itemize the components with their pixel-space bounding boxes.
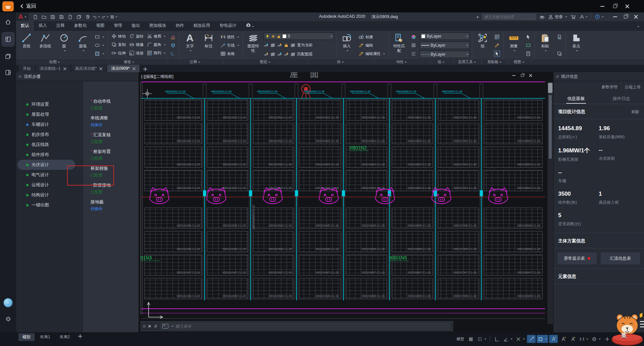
viewport-controls-label[interactable]: [-][俯视][二维线框] — [141, 74, 173, 80]
color-wheel-icon[interactable] — [410, 33, 418, 41]
search-input[interactable] — [482, 14, 536, 20]
panel-label-clipboard[interactable]: 剪贴板 — [482, 59, 507, 65]
flyout-arrow-icon[interactable]: ▸ — [477, 14, 479, 19]
acad-minimize-button[interactable] — [613, 16, 617, 17]
ribbon-tab-6[interactable]: 管理 — [109, 21, 127, 31]
cloud-upload-link[interactable]: 云端上传 — [625, 84, 641, 90]
edit-block-button[interactable]: 编辑 — [357, 41, 386, 49]
make-current-button[interactable]: 置为当前 — [264, 41, 334, 49]
ortho-toggle[interactable] — [492, 335, 501, 343]
panel-label-modify[interactable]: 修改 — [91, 59, 167, 65]
rotate-button[interactable]: 旋转 — [128, 32, 145, 40]
stats-tab-2[interactable]: 操作日志 — [599, 93, 644, 104]
panel-label-group[interactable]: 组 — [430, 59, 452, 65]
command-bar-close-icon[interactable] — [148, 325, 151, 328]
open-icon[interactable] — [40, 13, 48, 20]
clip-button[interactable] — [169, 50, 177, 58]
panel-label-utils[interactable]: 实用工具 — [453, 59, 480, 65]
workflow-substep-5[interactable]: 桥架校验已配置 — [83, 165, 139, 182]
layer-select[interactable]: 0 — [264, 33, 334, 40]
app-logo-icon[interactable] — [2, 1, 14, 11]
mascot-tiger[interactable] — [611, 308, 644, 346]
layout-tab-2[interactable]: 布局1 — [36, 333, 54, 341]
transfer-icon[interactable] — [75, 13, 83, 20]
erase-button[interactable] — [169, 33, 177, 41]
lineweight-icon[interactable] — [410, 41, 418, 49]
file-tab-3[interactable]: 高压演示图* — [71, 65, 107, 72]
annotation-visibility-toggle[interactable] — [549, 335, 558, 343]
redo-icon[interactable] — [101, 13, 109, 20]
workflow-step-1[interactable]: 环境设置 — [16, 99, 74, 109]
arc-button[interactable]: 圆弧 — [74, 32, 91, 58]
rectangle-button[interactable] — [93, 33, 106, 41]
linetype-select[interactable]: ByLayer — [420, 51, 470, 58]
group-button[interactable]: 组 — [474, 32, 491, 58]
sidebar-drawings-button[interactable] — [1, 50, 15, 63]
base-point-button[interactable]: 基点 — [568, 32, 585, 58]
linear-dim-button[interactable]: 线性 — [219, 33, 240, 41]
save-icon[interactable] — [49, 13, 56, 20]
array-button[interactable]: 阵列 — [146, 49, 167, 57]
match-layer-button[interactable]: 匹配图层 — [264, 50, 334, 58]
refresh-button[interactable]: 刷新 — [631, 109, 639, 115]
viewport-minimize-button[interactable] — [512, 75, 516, 76]
substep-label[interactable]: 桥架校验 — [91, 165, 139, 171]
panel-label-view[interactable]: 视图 — [508, 59, 530, 65]
copy-button[interactable]: 复制 — [110, 41, 127, 49]
quick-calc-button[interactable] — [524, 50, 532, 58]
close-button[interactable] — [625, 4, 629, 8]
back-button[interactable]: 返回 — [21, 3, 36, 9]
new-file-tab-button[interactable] — [142, 66, 148, 72]
settings-gear-icon[interactable] — [1, 312, 15, 325]
ribbon-tab-5[interactable]: 视图 — [92, 21, 109, 31]
ribbon-tab-10[interactable]: 精选应用 — [189, 21, 215, 31]
object-snap-tracking-toggle[interactable] — [527, 335, 536, 343]
linetype-icon[interactable] — [410, 50, 418, 58]
trim-button[interactable]: 修剪 — [146, 32, 167, 40]
annotation-scale-toggle[interactable] — [569, 335, 577, 343]
model-space-toggle[interactable]: 模型 — [455, 335, 465, 343]
move-button[interactable]: 移动 — [110, 32, 127, 40]
statistics-panel-header[interactable]: 统计信息 — [553, 72, 644, 81]
layout-tab-1[interactable]: 模型 — [18, 333, 35, 341]
mirror-button[interactable]: 镜像 — [128, 41, 145, 49]
panel-label-layer[interactable]: 图层 — [223, 59, 307, 65]
parameter-manage-link[interactable]: 参数管理 — [601, 84, 618, 90]
line-button[interactable]: 直线 — [18, 32, 35, 58]
layout-tab-3[interactable]: 布局2 — [56, 333, 74, 341]
isolate-objects-button[interactable] — [603, 335, 611, 343]
quick-select-button[interactable] — [524, 33, 532, 41]
workflow-step-3[interactable]: 车棚设计 — [16, 119, 74, 130]
layer-properties-button[interactable]: 图层特性 — [245, 32, 262, 58]
search-binoculars-icon[interactable] — [539, 14, 545, 19]
table-button[interactable]: 表格 — [219, 50, 240, 58]
undo-icon[interactable] — [93, 13, 100, 20]
acad-restore-button[interactable] — [624, 15, 627, 18]
workflow-substep-1[interactable]: *自动串线已配置 — [83, 98, 139, 115]
ribbon-tab-11[interactable]: 智电设计 — [215, 21, 241, 31]
new-file-icon[interactable] — [32, 13, 39, 20]
viewport-restore-button[interactable] — [521, 74, 524, 77]
viewport-close-button[interactable] — [529, 74, 532, 77]
workflow-step-9[interactable]: 运维设计 — [16, 180, 74, 190]
autodesk-app-icon[interactable] — [579, 14, 588, 19]
explode-button[interactable] — [169, 41, 177, 49]
workflow-step-11[interactable]: 一键出图 — [16, 200, 74, 210]
print-icon[interactable] — [84, 13, 91, 20]
isodraft-toggle[interactable] — [515, 335, 526, 343]
hatch-button[interactable] — [93, 50, 106, 58]
ribbon-tab-9[interactable]: 协作 — [171, 21, 189, 31]
file-tab-2[interactable]: 演示图纸--1 — [36, 65, 70, 72]
restore-button[interactable] — [613, 5, 616, 8]
lineweight-select[interactable]: ByLayer — [420, 42, 470, 49]
ime-indicator[interactable]: 英 — [621, 332, 627, 339]
workflow-step-7[interactable]: 光伏设计 — [17, 160, 75, 170]
workflow-step-5[interactable]: 低压线路 — [16, 140, 74, 150]
drag-handle-icon[interactable] — [19, 75, 21, 78]
drag-handle-icon[interactable] — [556, 75, 559, 78]
panel-label-props[interactable]: 特性 — [374, 59, 429, 65]
substep-label[interactable]: *防雷接地 — [91, 182, 139, 188]
ribbon-tab-7[interactable]: 输出 — [127, 21, 145, 31]
acad-close-button[interactable] — [634, 15, 638, 19]
panel-label-draw[interactable]: 绘图 — [18, 59, 91, 65]
